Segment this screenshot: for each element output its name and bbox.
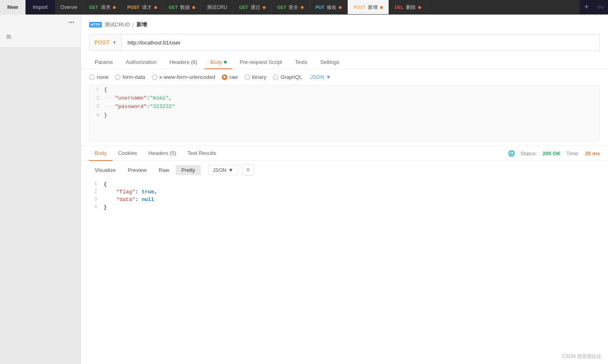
code-editor[interactable]: 1 { 2 ····"username":"mimi", 3 ····"pass… (89, 85, 600, 142)
tab-label: 新增 (368, 4, 378, 11)
new-button[interactable]: New (0, 0, 26, 15)
chevron-down-icon: ▼ (228, 167, 234, 173)
resp-tab-cookies[interactable]: Cookies (113, 146, 143, 161)
tab-dot (154, 6, 157, 9)
radio-label: none (97, 74, 108, 80)
line-content: "data": null (104, 197, 600, 203)
method-selector[interactable]: POST ▼ (89, 34, 122, 51)
tab-method: GET (89, 5, 98, 10)
code-line-4: 4 } (89, 111, 599, 119)
tab-post-add[interactable]: POST新增 (348, 0, 389, 14)
body-type-binary[interactable]: binary (244, 74, 266, 80)
tab-label: 删除 (406, 4, 416, 11)
resp-view-preview[interactable]: Preview (122, 165, 152, 175)
tab-label: 数据 (180, 4, 190, 11)
tab-dot (339, 6, 342, 9)
body-types: noneform-datax-www-form-urlencodedrawbin… (81, 69, 608, 85)
tab-test-crud[interactable]: 测试CRU (201, 0, 233, 14)
tab-method: DEL (395, 5, 404, 10)
req-tab-tests[interactable]: Tests (289, 56, 313, 69)
tab-method: PUT (315, 5, 324, 10)
url-input[interactable] (122, 34, 599, 51)
req-tab-params[interactable]: Params (89, 56, 119, 69)
radio-label: binary (252, 74, 266, 80)
tab-method: GET (239, 5, 248, 10)
breadcrumb-current: 新增 (136, 21, 147, 28)
req-tab-settings[interactable]: Settings (315, 56, 345, 69)
watermark: CSDN @恶熊比比 (562, 353, 602, 360)
body-type-raw[interactable]: raw (222, 74, 238, 80)
line-content: { (104, 87, 599, 93)
body-type-none[interactable]: none (89, 74, 108, 80)
tab-get-all[interactable]: GET查全 (272, 0, 310, 14)
breadcrumb: HTTP 测试CRUD / 新增 (81, 15, 608, 32)
resp-tab-body[interactable]: Body (89, 146, 113, 161)
resp-line-3: 3 "data": null (89, 196, 600, 203)
tab-post-interview[interactable]: POST请才 (122, 0, 163, 14)
top-bar-left: New Import (0, 0, 55, 14)
line-content: "flag": true, (104, 189, 600, 195)
radio-circle (273, 74, 278, 80)
tab-get-pass[interactable]: GET通过 (233, 0, 272, 14)
resp-tab-test-results[interactable]: Test Results (182, 146, 222, 161)
tab-label: Settings (320, 59, 339, 65)
req-tab-headers[interactable]: Headers (8) (164, 56, 203, 69)
tab-get-request[interactable]: GET请求 (83, 0, 122, 14)
tab-label: 通过 (251, 4, 260, 11)
req-tab-body[interactable]: Body (204, 56, 232, 69)
tab-label: Tests (295, 59, 307, 65)
code-line-2: 2 ····"username":"mimi", (89, 94, 599, 102)
add-tab-button[interactable]: + (580, 0, 594, 14)
method-label: POST (94, 39, 110, 46)
line-number: 1 (89, 181, 104, 187)
tab-put-modify[interactable]: PUT修改 (310, 0, 348, 14)
body-type-graphql[interactable]: GraphQL (273, 74, 302, 80)
tabs-area: OvervieGET请求POST请才GET数据测试CRUGET通过GET查全PU… (55, 0, 580, 14)
json-format-dropdown[interactable]: JSON▼ (310, 74, 331, 80)
breadcrumb-parent: 测试CRUD (104, 21, 130, 28)
resp-tab-headers[interactable]: Headers (5) (143, 146, 182, 161)
line-number: 3 (89, 104, 104, 110)
globe-icon: 🌐 (508, 150, 515, 157)
tab-label: Overvie (61, 4, 77, 10)
tab-method: POST (353, 5, 366, 10)
more-tabs-button[interactable]: ○○ (593, 0, 608, 14)
time-label: Time: (566, 150, 579, 157)
req-tab-pre-request[interactable]: Pre-request Script (234, 56, 288, 69)
format-label: JSON (213, 167, 227, 173)
tab-get-data[interactable]: GET数据 (163, 0, 202, 14)
response-body: 1 { 2 "flag": true, 3 "data": null (81, 179, 608, 364)
tab-del-delete[interactable]: DEL删除 (389, 0, 427, 14)
radio-circle (222, 74, 227, 80)
body-dot (224, 61, 227, 63)
tab-label: 修改 (327, 4, 336, 11)
status-value: 200 OK (542, 150, 561, 157)
tab-label: 请才 (142, 4, 152, 11)
tab-overview[interactable]: Overvie (55, 0, 83, 14)
sidebar-menu-icon[interactable]: ••• (0, 15, 81, 30)
radio-circle (152, 74, 157, 80)
body-type-x-www[interactable]: x-www-form-urlencoded (152, 74, 215, 80)
tab-method: POST (128, 5, 140, 10)
resp-view-visualize[interactable]: Visualize (89, 165, 121, 175)
tab-dot (418, 6, 421, 9)
word-wrap-button[interactable]: ≡ (242, 164, 254, 176)
response-format-selector[interactable]: JSON ▼ (208, 165, 238, 175)
radio-label: form-data (123, 74, 145, 80)
tab-label: 测试CRU (207, 4, 227, 11)
resp-view-pretty[interactable]: Pretty (176, 165, 201, 175)
req-tab-authorization[interactable]: Authorization (120, 56, 162, 69)
json-label: JSON (310, 74, 324, 80)
request-tabs-nav: ParamsAuthorizationHeaders (8)BodyPre-re… (81, 56, 608, 69)
tab-dot (301, 6, 304, 9)
line-content: ····"password":"323232" (104, 104, 599, 110)
line-content: } (104, 204, 600, 210)
body-type-form-data[interactable]: form-data (115, 74, 145, 80)
resp-view-raw[interactable]: Raw (153, 165, 175, 175)
content-area: HTTP 测试CRUD / 新增 POST ▼ ParamsAuthorizat… (81, 15, 608, 364)
import-button[interactable]: Import (26, 0, 55, 15)
code-line-1: 1 { (89, 85, 599, 94)
tab-label: Pre-request Script (240, 59, 282, 65)
radio-label: GraphQL (281, 74, 302, 80)
response-status: 🌐 Status: 200 OK Time: 20 ms (508, 150, 600, 157)
